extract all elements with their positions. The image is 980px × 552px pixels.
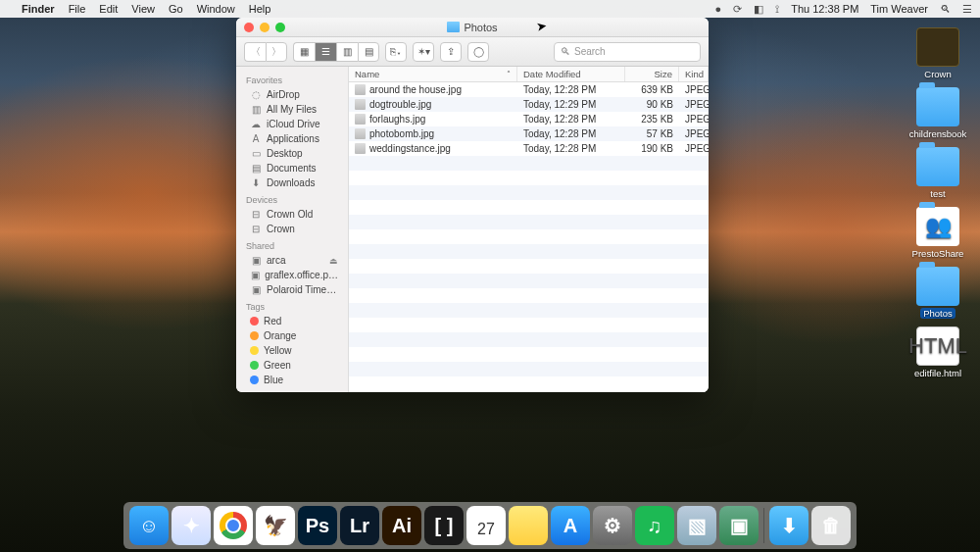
dock-safari[interactable]: ✦	[172, 506, 211, 545]
window-title-text: Photos	[464, 22, 497, 33]
file-name: photobomb.jpg	[369, 128, 434, 139]
desktop-icon[interactable]: HTMLeditfile.html	[904, 326, 972, 378]
file-icon	[355, 114, 366, 125]
menu-edit[interactable]: Edit	[99, 3, 118, 15]
file-row[interactable]: weddingstance.jpgToday, 12:28 PM190 KBJP…	[349, 141, 709, 156]
sidebar-item[interactable]: ▣Polaroid Time…	[236, 282, 348, 297]
file-size: 57 KB	[625, 128, 679, 139]
menuextra-icon[interactable]: ●	[715, 3, 722, 15]
sidebar-item[interactable]: ◌AirDrop	[236, 87, 348, 102]
dock-settings[interactable]: ⚙	[593, 506, 632, 545]
dock-appstore[interactable]: A	[551, 506, 590, 545]
sidebar-item-label: AirDrop	[267, 89, 300, 100]
desktop-icon[interactable]: Crown	[904, 27, 972, 79]
battery-icon[interactable]: ◧	[754, 3, 763, 16]
tag-dot-icon	[250, 346, 259, 355]
dock-illustrator[interactable]: Ai	[382, 506, 421, 545]
back-button[interactable]: 〈	[244, 42, 266, 62]
sidebar-item[interactable]: ⊟Crown Old	[236, 207, 348, 222]
sidebar-item[interactable]: Yellow	[236, 343, 348, 358]
forward-button[interactable]: 〉	[266, 42, 287, 62]
dock-photoshop[interactable]: Ps	[298, 506, 337, 545]
menu-file[interactable]: File	[69, 3, 86, 15]
dock-preview[interactable]: ▧	[677, 506, 716, 545]
wifi-icon[interactable]: ⟟	[775, 3, 779, 16]
app-menu[interactable]: Finder	[22, 3, 55, 15]
sidebar-item[interactable]: ⊟Crown	[236, 222, 348, 236]
col-kind[interactable]: Kind	[679, 67, 709, 81]
file-date: Today, 12:28 PM	[517, 128, 625, 139]
close-button[interactable]	[244, 23, 254, 32]
icon-view-button[interactable]: ▦	[293, 42, 315, 62]
sidebar-item-label: graflex.office.p…	[265, 270, 338, 280]
dock-downloads[interactable]: ⬇	[769, 506, 808, 545]
col-size[interactable]: Size	[625, 67, 679, 81]
sidebar-item[interactable]: ▤Documents	[236, 161, 348, 176]
dock-lightroom[interactable]: Lr	[340, 506, 379, 545]
dock-imagecapture[interactable]: ▣	[719, 506, 759, 545]
minimize-button[interactable]	[260, 23, 270, 32]
action-button[interactable]: ✶▾	[413, 42, 434, 62]
file-row[interactable]: photobomb.jpgToday, 12:28 PM57 KBJPEG	[349, 126, 709, 141]
dock-mail[interactable]: 🦅	[256, 506, 295, 545]
dock-spotify[interactable]: ♫	[635, 506, 674, 545]
dock-finder[interactable]: ☺	[129, 506, 169, 545]
sidebar-tags-header: Tags	[236, 297, 348, 314]
air-icon: ◌	[250, 89, 262, 100]
search-field[interactable]: 🔍︎ Search	[554, 42, 701, 62]
dock-chrome[interactable]	[214, 506, 253, 545]
sidebar-item[interactable]: ▥All My Files	[236, 102, 348, 117]
sidebar-item-label: arca	[267, 255, 285, 266]
column-view-button[interactable]: ▥	[336, 42, 358, 62]
tags-button[interactable]: ◯	[467, 42, 489, 62]
spotlight-icon[interactable]: 🔍︎	[940, 3, 951, 15]
file-date: Today, 12:28 PM	[517, 114, 625, 125]
col-name[interactable]: Name˄	[349, 67, 517, 81]
sidebar-item[interactable]: ▣graflex.office.p…	[236, 268, 348, 282]
sidebar-item[interactable]: ⬇Downloads	[236, 176, 348, 190]
notification-center-icon[interactable]: ☰	[962, 3, 972, 16]
sidebar-item[interactable]: Blue	[236, 373, 348, 387]
user-menu[interactable]: Tim Weaver	[870, 3, 928, 15]
sidebar-item[interactable]: Red	[236, 314, 348, 328]
dock-calendar[interactable]: JUL27	[466, 506, 506, 545]
sidebar-item[interactable]: ▣arca⏏	[236, 253, 348, 268]
clock[interactable]: Thu 12:38 PM	[791, 3, 858, 15]
menu-help[interactable]: Help	[249, 3, 271, 15]
col-date[interactable]: Date Modified	[517, 67, 625, 81]
file-date: Today, 12:28 PM	[517, 84, 625, 95]
arrange-button[interactable]: ⎘▾	[385, 42, 407, 62]
file-row[interactable]: forlaughs.jpgToday, 12:28 PM235 KBJPEG	[349, 112, 709, 126]
desktop-icon[interactable]: Photos	[904, 267, 972, 319]
file-row[interactable]: around the house.jpgToday, 12:28 PM639 K…	[349, 82, 709, 97]
share-button[interactable]: ⇪	[440, 42, 462, 62]
desktop-icon[interactable]: childrensbook	[904, 87, 972, 139]
sidebar-item-label: Blue	[264, 375, 283, 385]
eject-icon[interactable]: ⏏	[329, 256, 338, 266]
dock-trash[interactable]: 🗑	[811, 506, 851, 545]
coverflow-view-button[interactable]: ▤	[358, 42, 379, 62]
menu-go[interactable]: Go	[169, 3, 183, 15]
menu-view[interactable]: View	[131, 3, 155, 15]
dock-notes[interactable]	[509, 506, 548, 545]
sync-icon[interactable]: ⟳	[733, 3, 742, 16]
sidebar-item[interactable]: ☁iCloud Drive	[236, 117, 348, 131]
menu-window[interactable]: Window	[197, 3, 235, 15]
window-titlebar[interactable]: Photos	[236, 18, 709, 37]
folder-icon	[916, 267, 959, 306]
cloud-icon: ☁	[250, 119, 262, 129]
file-row[interactable]: dogtrouble.jpgToday, 12:29 PM90 KBJPEG	[349, 97, 709, 112]
all-icon: ▥	[250, 104, 262, 115]
empty-row	[349, 244, 709, 259]
dock-brackets[interactable]: [ ]	[424, 506, 464, 545]
desktop-icon[interactable]: 👥PrestoShare	[904, 207, 972, 259]
list-view-button[interactable]: ☰	[315, 42, 336, 62]
desktop-icon[interactable]: test	[904, 147, 972, 199]
file-size: 90 KB	[625, 99, 679, 110]
sidebar-item[interactable]: Orange	[236, 328, 348, 343]
sidebar-item[interactable]: AApplications	[236, 131, 348, 146]
net-icon: ▣	[250, 270, 260, 280]
maximize-button[interactable]	[275, 23, 285, 32]
sidebar-item[interactable]: Green	[236, 358, 348, 373]
sidebar-item[interactable]: ▭Desktop	[236, 146, 348, 161]
